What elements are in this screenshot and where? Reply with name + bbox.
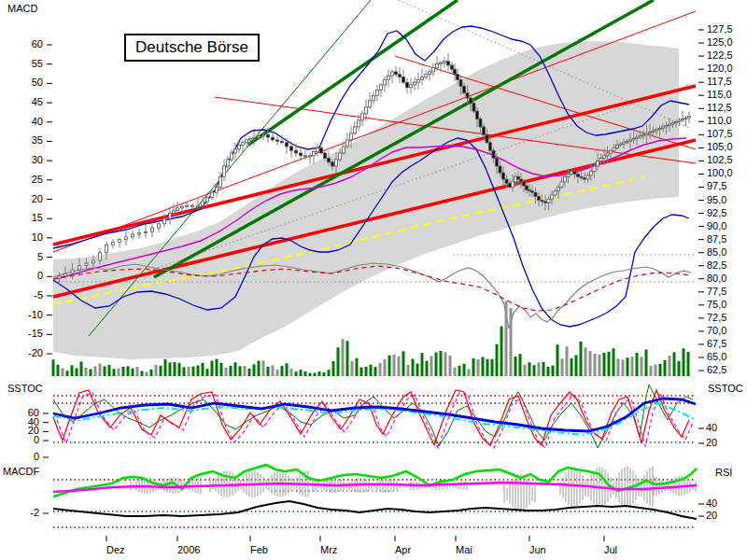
chart-window: MACD Deutsche Börse SSTOC SSTOC MACDF RS… bbox=[0, 0, 747, 560]
chart-canvas bbox=[0, 0, 747, 560]
